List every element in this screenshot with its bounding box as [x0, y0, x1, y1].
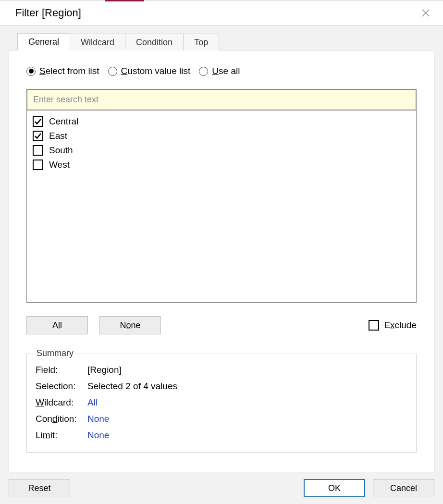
summary-value[interactable]: None: [87, 430, 109, 441]
checkbox-icon: [33, 145, 43, 156]
mode-radio-1[interactable]: Custom value list: [108, 66, 191, 76]
checkbox-icon: [33, 131, 43, 141]
list-item[interactable]: East: [32, 129, 411, 143]
summary-row: Condition:None: [36, 411, 407, 427]
close-icon: [422, 9, 430, 17]
value-listbox[interactable]: CentralEastSouthWest: [26, 111, 417, 303]
titlebar: Filter [Region]: [0, 1, 443, 25]
summary-groupbox: Summary Field:[Region]Selection:Selected…: [26, 354, 417, 453]
summary-label: Selection:: [36, 381, 84, 392]
summary-row: Field:[Region]: [36, 362, 407, 378]
summary-legend: Summary: [34, 348, 76, 358]
select-none-button[interactable]: None: [99, 316, 161, 334]
radio-icon: [199, 67, 208, 76]
select-all-button[interactable]: All: [26, 316, 88, 334]
mode-radio-group: Select from listCustom value listUse all: [26, 66, 417, 76]
checkbox-icon: [33, 116, 43, 127]
mode-radio-2[interactable]: Use all: [199, 66, 240, 76]
checkbox-icon: [33, 160, 43, 170]
list-action-row: All None Exclude: [26, 316, 417, 334]
summary-value[interactable]: None: [87, 414, 109, 424]
radio-label: Select from list: [39, 66, 99, 76]
list-item[interactable]: South: [32, 143, 411, 158]
summary-label: Field:: [36, 365, 84, 375]
summary-value: [Region]: [87, 365, 122, 375]
tab-general[interactable]: General: [17, 33, 70, 50]
search-container: [26, 89, 417, 111]
dialog-title: Filter [Region]: [15, 7, 81, 19]
summary-row: Wildcard:All: [36, 394, 407, 411]
summary-value: Selected 2 of 4 values: [87, 381, 177, 392]
exclude-checkbox[interactable]: Exclude: [369, 320, 417, 331]
general-panel: Select from listCustom value listUse all…: [9, 50, 434, 472]
radio-label: Use all: [212, 66, 240, 76]
mode-radio-0[interactable]: Select from list: [26, 66, 99, 76]
exclude-label: Exclude: [384, 320, 417, 331]
cancel-button[interactable]: Cancel: [373, 479, 434, 497]
list-item-label: West: [49, 160, 70, 170]
search-input[interactable]: [27, 90, 416, 110]
close-button[interactable]: [421, 8, 431, 18]
dialog-body: GeneralWildcardConditionTop Select from …: [0, 25, 443, 504]
summary-value[interactable]: All: [87, 397, 98, 408]
window-top-border: [0, 0, 443, 1]
list-item-label: East: [49, 131, 67, 141]
list-item[interactable]: West: [32, 158, 411, 172]
summary-label: Limit:: [36, 430, 84, 441]
reset-button[interactable]: Reset: [9, 479, 70, 497]
list-item[interactable]: Central: [32, 114, 411, 129]
summary-row: Limit:None: [36, 427, 407, 443]
exclude-check-icon: [369, 320, 379, 331]
tabstrip: GeneralWildcardConditionTop: [17, 33, 434, 50]
radio-label: Custom value list: [121, 66, 191, 76]
radio-icon: [108, 67, 117, 76]
summary-label: Condition:: [36, 414, 84, 424]
dialog-footer: Reset OK Cancel: [9, 472, 434, 497]
list-item-label: South: [49, 145, 73, 156]
radio-icon: [26, 67, 36, 76]
summary-label: Wildcard:: [36, 397, 84, 408]
ok-button[interactable]: OK: [304, 479, 365, 497]
tab-wildcard[interactable]: Wildcard: [70, 34, 125, 50]
filter-dialog: Filter [Region] GeneralWildcardCondition…: [0, 1, 443, 504]
tab-condition[interactable]: Condition: [125, 34, 184, 50]
tab-top[interactable]: Top: [184, 34, 219, 50]
summary-row: Selection:Selected 2 of 4 values: [36, 378, 407, 394]
list-item-label: Central: [49, 116, 78, 127]
